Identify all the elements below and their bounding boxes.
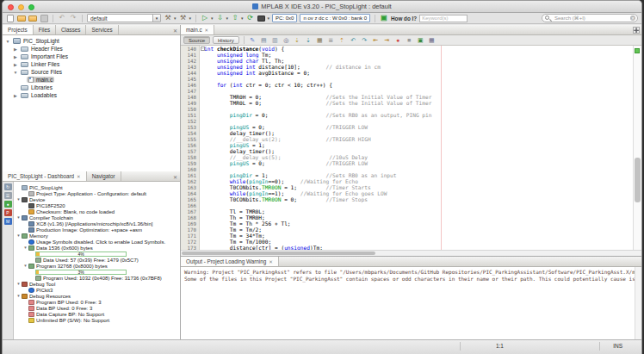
dashboard-row[interactable]: Production Image: Optimization: +space +…: [14, 227, 180, 233]
dashboard-row[interactable]: ▼Memory: [14, 233, 180, 239]
code-line-144[interactable]: 144 unsigned int avgDistance = 0;: [181, 70, 633, 76]
global-search-input[interactable]: [542, 14, 638, 22]
editor-scrollbar-thumb[interactable]: [635, 158, 641, 202]
editor-tab-close-icon[interactable]: ✕: [205, 28, 209, 33]
toggle-breakpoint-icon[interactable]: ▣: [417, 37, 424, 43]
tree-item-linker-files[interactable]: ▶Linker Files: [3, 60, 180, 68]
dashboard-row[interactable]: Usage Symbols disabled. Click to enable …: [14, 239, 180, 245]
dashboard-row[interactable]: Program BP Used: 0 Free: 3: [14, 299, 180, 305]
memory-gauge-row[interactable]: 3%: [14, 269, 180, 275]
shift-left-icon[interactable]: ⇤: [372, 37, 380, 43]
tab-services[interactable]: Services: [86, 25, 118, 34]
code-line-164[interactable]: 164 while(pingIn==1); //Waiting for Echo…: [181, 190, 633, 196]
inspect-hierarchy-icon[interactable]: ▥: [271, 37, 279, 43]
tab-classes[interactable]: Classes: [56, 25, 86, 34]
memory-gauge-row[interactable]: 4%: [14, 251, 180, 257]
dashboard-row[interactable]: PIC_StopLight: [14, 184, 180, 190]
find-icon[interactable]: ◎: [282, 37, 290, 43]
code-line-149[interactable]: 149 TMR0L = 0; //Sets the Initial Value …: [181, 100, 633, 106]
redo-button[interactable]: ↷: [69, 14, 77, 22]
tab-navigator[interactable]: Navigator: [87, 171, 121, 181]
power-status-icon[interactable]: ●: [4, 201, 12, 208]
read-device-memory-button[interactable]: ⇧: [231, 14, 239, 22]
code-line-143[interactable]: 143 unsigned int distance[10]; // distan…: [181, 64, 633, 70]
code-line-162[interactable]: 162 while(pingIn==0); //Waiting for Echo: [181, 178, 633, 184]
projects-panel-close-icon[interactable]: ✕: [173, 28, 177, 34]
tree-item-loadables[interactable]: ▶Loadables: [3, 91, 180, 99]
find-next-icon[interactable]: ⇣: [294, 37, 301, 43]
tab-pic-stoplight-dashboard[interactable]: PIC_StopLight - Dashboard✕: [3, 171, 87, 181]
dashboard-expander-icon[interactable]: ▼: [15, 294, 22, 298]
output-tab[interactable]: Output - Project Loading Warning✕: [181, 257, 279, 266]
dashboard-row[interactable]: Checksum: Blank, no code loaded: [14, 208, 180, 214]
open-project-button[interactable]: [28, 14, 37, 22]
code-line-152[interactable]: 152: [181, 118, 633, 124]
code-line-161[interactable]: 161 pingDir = 1; //Sets RB0 as an input: [181, 172, 633, 178]
code-line-171[interactable]: 171 Tm = 34*Tm;: [181, 233, 633, 239]
how-do-i-input[interactable]: [419, 15, 468, 22]
code-line-150[interactable]: 150: [181, 106, 633, 112]
shift-right-icon[interactable]: ⇥: [383, 37, 391, 43]
run-project-button[interactable]: ▷: [201, 14, 209, 22]
tree-expander-icon[interactable]: ▶: [12, 93, 19, 98]
dashboard-row[interactable]: ▼Data 1536 (0x600) bytes: [14, 245, 180, 251]
tab-files[interactable]: Files: [34, 25, 56, 34]
search-history-icon[interactable]: ≣: [327, 37, 335, 43]
dashboard-row[interactable]: ▼Debug Tool: [14, 281, 180, 287]
source-view-button[interactable]: Source: [183, 36, 210, 44]
new-file-button[interactable]: [6, 14, 15, 22]
project-properties-icon[interactable]: ☰: [4, 192, 12, 199]
back-icon[interactable]: ↶: [350, 37, 357, 43]
output-console[interactable]: Warning: Project "PIC_ParkingAsst" refer…: [181, 267, 641, 339]
find-previous-icon[interactable]: ⇣: [305, 37, 313, 43]
code-line-172[interactable]: 172 Tm = Tm/1000;: [181, 239, 633, 245]
code-line-148[interactable]: 148 TMR0H = 0; //Sets the Initial Value …: [181, 94, 633, 100]
tree-item-libraries[interactable]: Libraries: [3, 84, 180, 91]
tree-item-important-files[interactable]: ▶Important Files: [3, 53, 180, 60]
code-line-158[interactable]: 158 //__delay_us(5); //10uS Delay: [181, 154, 633, 160]
tree-expander-icon[interactable]: ▼: [12, 70, 19, 75]
dashboard-row[interactable]: XC8 (v1.36) [/Applications/microchip/xc8…: [14, 220, 180, 227]
clean-build-button[interactable]: ⚒: [179, 14, 188, 22]
dashboard-expander-icon[interactable]: ▼: [22, 264, 28, 268]
code-line-165[interactable]: 165 T0CONbits.TMR0ON = 0; //Timer Stops: [181, 196, 633, 202]
code-line-156[interactable]: 156 pingUS = 1;: [181, 142, 633, 148]
code-line-145[interactable]: 145: [181, 76, 633, 82]
dashboard-row[interactable]: PIC18F2520: [14, 202, 180, 208]
configuration-select-arrow[interactable]: ▾: [152, 15, 160, 22]
dashboard-expander-icon[interactable]: ▼: [15, 197, 22, 202]
editor-settings-icon[interactable]: ▦: [428, 37, 436, 43]
dashboard-row[interactable]: PICkit3: [14, 287, 180, 293]
code-line-142[interactable]: 142 unsigned char Tl, Th;: [181, 58, 633, 64]
pdf-datasheet-icon[interactable]: P: [4, 209, 12, 216]
tree-item-header-files[interactable]: ▶Header Files: [3, 45, 180, 53]
code-line-151[interactable]: 151 pingDir = 0; //Sets RB0 as an output…: [181, 112, 633, 118]
dashboard-expander-icon[interactable]: ▼: [15, 233, 22, 238]
toggle-highlight-icon[interactable]: ▦: [316, 37, 324, 43]
editor-scrollbar-vertical[interactable]: [633, 46, 641, 250]
code-fold-icon[interactable]: −: [201, 47, 205, 51]
output-scrollbar[interactable]: [635, 267, 641, 339]
previous-bookmark-icon[interactable]: ⇡: [338, 37, 346, 43]
dashboard-expander-icon[interactable]: ▼: [15, 282, 22, 286]
record-macro-icon[interactable]: ●: [394, 37, 402, 43]
tab-projects[interactable]: Projects: [3, 25, 34, 34]
dashboard-row[interactable]: ▼Debug Resources: [14, 293, 180, 299]
mplab-store-icon[interactable]: M: [4, 218, 12, 225]
editor-scrollbar-horizontal[interactable]: [181, 250, 641, 256]
code-line-155[interactable]: 155 //__delay_us(2); //TRIGGER HIGH: [181, 136, 633, 142]
last-edit-icon[interactable]: ✎: [249, 37, 257, 43]
dashboard-row[interactable]: Program Used: 1032 (0x408) Free: 31736 (…: [14, 275, 180, 281]
code-line-157[interactable]: 157 delay_timer();: [181, 148, 633, 154]
output-tab-close-icon[interactable]: ✕: [269, 259, 273, 264]
code-line-160[interactable]: 160: [181, 166, 633, 172]
code-line-140[interactable]: 140int checkDistance(void) {: [181, 46, 633, 52]
tree-expander-icon[interactable]: ▼: [4, 39, 11, 44]
tree-expander-icon[interactable]: ▶: [12, 62, 19, 67]
code-line-168[interactable]: 168 Th = TMR0H;: [181, 214, 633, 220]
code-line-147[interactable]: 147: [181, 88, 633, 94]
dashboard-row[interactable]: Project Type: Application - Configuratio…: [14, 190, 180, 196]
undo-button[interactable]: ↶: [58, 14, 66, 22]
dashboard-row[interactable]: Unlimited BP (S/W): No Support: [14, 317, 180, 323]
hold-in-reset-button[interactable]: ⟳: [246, 14, 255, 22]
